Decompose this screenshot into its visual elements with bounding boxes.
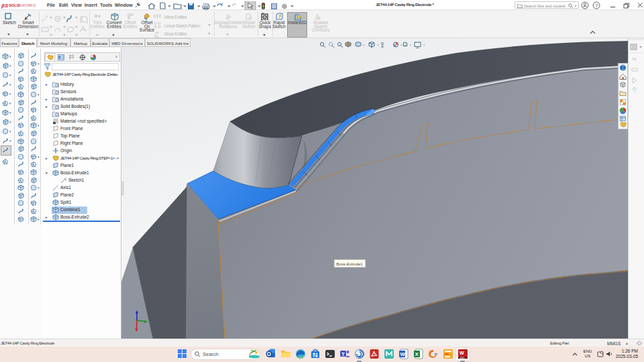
svg-text:WORKS: WORKS [21,3,36,7]
svg-text:βS: βS [1,3,9,9]
svg-text:SOLID: SOLID [9,3,21,7]
svg-text:X: X [415,351,419,357]
svg-text:T: T [341,351,345,357]
svg-text:2025: 2025 [460,357,465,359]
svg-text:W: W [460,351,464,355]
svg-text:?: ? [595,3,598,9]
svg-text:W: W [400,351,406,357]
svg-text:Boss-Extrude1: Boss-Extrude1 [336,262,363,266]
